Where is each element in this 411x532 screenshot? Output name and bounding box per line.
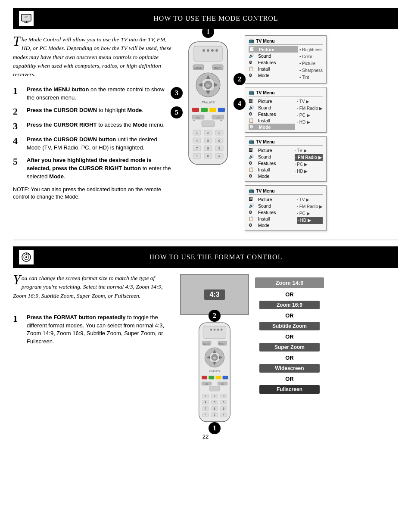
svg-text:CH: CH — [216, 116, 220, 119]
mode-header-icon — [18, 10, 34, 27]
format-remote-wrap: 2 1 — [191, 317, 238, 426]
svg-text:+: + — [193, 118, 195, 122]
format-option-super-zoom: Super Zoom — [259, 343, 320, 352]
svg-point-9 — [207, 49, 209, 52]
svg-text:1: 1 — [196, 131, 198, 135]
step-text-3: Press the CURSOR RIGHT to access the Mod… — [27, 121, 165, 129]
step-text-4: Press the CURSOR DOWN button until the d… — [27, 136, 172, 152]
tv-icon-2: 📺 — [249, 90, 254, 95]
format-or-2: OR — [285, 312, 294, 319]
format-remote-col: 4:3 2 1 — [180, 274, 249, 426]
svg-text:VOL: VOL — [205, 383, 209, 385]
svg-text:*: * — [196, 154, 197, 158]
format-section: How to use the Format Control You can ch… — [13, 246, 398, 426]
svg-rect-25 — [192, 108, 199, 112]
format-step-bubble-2: 2 — [209, 310, 221, 322]
format-section-header: How to use the Format Control — [13, 246, 398, 268]
step-label-2-overlay: 2 — [234, 73, 246, 85]
step-label-4-overlay: 4 — [234, 98, 246, 110]
format-option-widescreen: Widescreen — [259, 364, 320, 373]
format-or-1: OR — [285, 291, 294, 298]
menu1-sub-sharpness: • Sharpness — [299, 67, 323, 74]
format-step-bubble-1: 1 — [209, 422, 221, 434]
menu1-sub-tint: • Tint — [299, 74, 323, 81]
tv-icon-3: 📺 — [249, 139, 254, 144]
tv-menus-group: 📺 TV Menu 🖼 Picture 🔊 — [245, 35, 327, 231]
format-option-fullscreen: Fullscreen — [259, 385, 320, 394]
svg-text:4: 4 — [205, 401, 206, 404]
svg-rect-87 — [223, 376, 228, 379]
svg-text:+: + — [220, 118, 222, 122]
format-step-number-1: 1 — [13, 314, 22, 324]
svg-rect-86 — [215, 376, 221, 379]
menu3-row-sound: 🔊 Sound — [249, 153, 293, 160]
step-bubble-4: 4 — [234, 98, 246, 110]
tv-menu-2-title: 📺 TV Menu — [249, 90, 323, 96]
mode-header-title: How to use the Mode Control — [39, 15, 393, 22]
svg-text:#: # — [218, 154, 221, 158]
format-option-zoom149: Zoom 14:9 — [255, 277, 324, 288]
svg-text:8: 8 — [207, 146, 209, 150]
tv-icon-4: 📺 — [249, 188, 254, 193]
step-number-4: 4 — [13, 136, 22, 146]
svg-text:7: 7 — [205, 407, 206, 410]
format-header-icon — [18, 249, 34, 265]
tv-menu-2: 📺 TV Menu 🖼 Picture 🔊 — [245, 87, 327, 133]
mode-steps-list: 1 Press the MENU button on the remote co… — [13, 86, 172, 180]
svg-text:PHILIPS: PHILIPS — [202, 100, 215, 104]
step-bubble-1: 1 — [202, 26, 214, 38]
page-number: 22 — [13, 433, 398, 440]
menu4-sub-tv: · TV ▶ — [297, 196, 323, 203]
remote-svg-mode: MENU MULTI OK PHILIPS — [180, 35, 236, 169]
menu1-row-sound: 🔊 Sound — [249, 53, 298, 59]
format-or-5: OR — [285, 376, 294, 382]
svg-rect-26 — [201, 108, 208, 112]
svg-text:#: # — [223, 413, 224, 416]
step-label-3-overlay: 3 — [171, 87, 183, 99]
format-intro: You can change the screen format size to… — [13, 274, 172, 300]
svg-rect-27 — [209, 108, 216, 112]
svg-text:MENU: MENU — [203, 343, 210, 345]
format-or-4: OR — [285, 355, 294, 361]
svg-text:5: 5 — [214, 401, 215, 404]
menu2-row-features: ⚙ Features — [249, 111, 295, 117]
menu4-row-mode: ⚙ Mode — [249, 222, 295, 228]
tv-menu-3-title: 📺 TV Menu — [249, 139, 323, 146]
svg-rect-35 — [202, 121, 215, 127]
svg-text:OK: OK — [206, 84, 210, 87]
svg-text:4: 4 — [196, 139, 198, 143]
mode-intro-text: he Mode Control will allow you to use th… — [13, 36, 171, 78]
remote-diagram-mode: 3 5 2 4 1 — [180, 35, 236, 170]
menu3-sub-tv: · TV ▶ — [295, 147, 323, 154]
svg-point-10 — [211, 49, 214, 52]
menu3-row-mode: ⚙ Mode — [249, 173, 293, 179]
svg-text:7: 7 — [196, 146, 198, 150]
svg-text:3: 3 — [218, 131, 221, 135]
format-step-1: 1 Press the FORMAT button repeatedly to … — [13, 314, 172, 346]
format-options-list: Zoom 14:9 OR Zoom 16:9 OR Subtitle Zoom … — [255, 277, 324, 394]
svg-text:8: 8 — [214, 407, 215, 410]
menu4-sub-pc: · PC ▶ — [297, 210, 323, 217]
format-option-zoom169: Zoom 16:9 — [259, 301, 320, 309]
svg-text:VOL: VOL — [196, 116, 200, 119]
step-label-5-overlay: 5 — [171, 106, 183, 118]
svg-text:CH: CH — [221, 383, 224, 385]
format-intro-text: ou can change the screen format size to … — [13, 275, 163, 299]
menu2-sub-tv: · TV ▶ — [297, 98, 323, 105]
svg-text:2: 2 — [207, 131, 209, 135]
menu4-row-features: ⚙ Features — [249, 209, 295, 215]
menu2-row-picture: 🖼 Picture — [249, 98, 295, 104]
svg-text:1: 1 — [205, 395, 206, 398]
menu4-row-install: 📋 Install — [249, 215, 295, 222]
menu2-sub-fm: · FM Radio ▶ — [297, 105, 323, 112]
menu1-row-picture: 🖼 Picture — [249, 46, 298, 53]
tv-menu-3: 📺 TV Menu 🖼 Picture 🔊 — [245, 136, 327, 182]
menu2-row-sound: 🔊 Sound — [249, 104, 295, 111]
format-remote-svg: MENU MULTI OK PHILIPS — [191, 317, 238, 425]
step-text-1: Press the MENU button on the remote cont… — [27, 86, 172, 102]
svg-rect-84 — [202, 376, 207, 379]
svg-text:6: 6 — [218, 139, 221, 143]
menu4-sub-hd-highlighted: · HD ▶ — [297, 217, 323, 224]
screen-label-43: 4:3 — [204, 289, 224, 300]
step-label-1-overlay: 1 — [202, 26, 214, 38]
